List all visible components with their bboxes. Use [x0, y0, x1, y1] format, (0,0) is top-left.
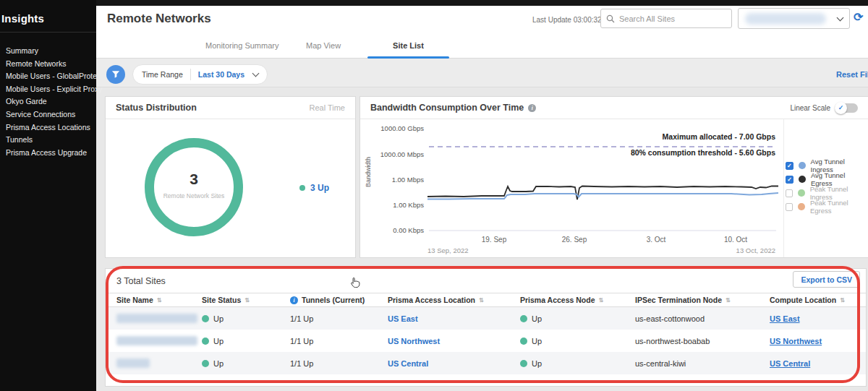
checkbox-icon[interactable]: [786, 162, 793, 170]
checkbox-icon[interactable]: [786, 203, 793, 211]
y-axis-label: Bandwidth: [365, 139, 372, 205]
search-input[interactable]: [619, 14, 726, 23]
checkbox-icon[interactable]: [786, 189, 793, 197]
sort-icon[interactable]: ⇅: [599, 297, 604, 304]
table-title: 3 Total Sites: [116, 276, 166, 286]
sidebar-item-remote-networks[interactable]: Remote Networks: [6, 58, 96, 71]
legend-item-peak-tunnel-egress[interactable]: Peak Tunnel Egress: [786, 199, 868, 215]
page-title: Remote Networks: [107, 12, 211, 26]
y-tick: 1.00 Mbps: [366, 176, 424, 184]
linear-scale-label: Linear Scale: [790, 104, 830, 112]
avg-tunnel-egress-line: [427, 186, 778, 200]
y-tick: 0.00 Kbps: [366, 226, 424, 234]
y-tick: 1000.00 Mbps: [366, 150, 424, 158]
status-legend-label: 3 Up: [310, 183, 329, 193]
pa-location-link[interactable]: US East: [388, 314, 418, 323]
tab-map-view[interactable]: Map View: [306, 41, 341, 50]
date-range-end: 13 Oct, 2022: [736, 246, 775, 254]
sort-icon[interactable]: ⇅: [244, 297, 250, 304]
sidebar-title: Insights: [1, 12, 44, 25]
site-search[interactable]: [600, 9, 732, 28]
sidebar-item-summary[interactable]: Summary: [6, 45, 96, 58]
compute-location-link[interactable]: US Central: [770, 359, 810, 368]
sidebar-item-okyo-garde[interactable]: Okyo Garde: [6, 95, 96, 108]
pa-node-status: Up: [532, 314, 542, 323]
sidebar-item-prisma-access-locations[interactable]: Prisma Access Locations: [6, 121, 96, 134]
col-pa-node: Prisma Access Node: [520, 296, 595, 304]
up-status-dot: [202, 315, 209, 322]
x-tick: 3. Oct: [634, 236, 678, 244]
time-range-label: Time Range: [142, 70, 183, 79]
toggle-knob: [835, 102, 847, 114]
status-legend-item[interactable]: 3 Up: [299, 183, 329, 193]
table-row[interactable]: Up 1/1 Up US Northwest Up us-northwest-b…: [106, 330, 866, 352]
up-status-dot: [520, 315, 527, 322]
tab-site-list[interactable]: Site List: [367, 32, 449, 59]
tab-monitoring-summary[interactable]: Monitoring Summary: [205, 41, 278, 50]
redacted-site-name-link[interactable]: [116, 314, 197, 323]
sidebar-divider: [0, 32, 96, 33]
ipsec-node: us-east-cottonwood: [635, 314, 770, 323]
funnel-icon: [111, 70, 120, 79]
x-tick: 10. Oct: [714, 236, 757, 244]
sidebar-item-prisma-access-upgrade[interactable]: Prisma Access Upgrade: [6, 147, 96, 160]
sidebar-item-service-connections[interactable]: Service Connections: [6, 108, 96, 121]
up-status-dot: [299, 185, 305, 191]
info-icon[interactable]: i: [290, 296, 298, 304]
x-tick: 26. Sep: [553, 236, 596, 244]
pa-location-link[interactable]: US Central: [388, 359, 428, 368]
chevron-down-icon: [252, 70, 260, 77]
sidebar-item-mobile-users-explicit-proxy[interactable]: Mobile Users - Explicit Proxy: [6, 83, 96, 96]
status-card-title: Status Distribution: [116, 103, 197, 113]
series-color-dot: [799, 162, 806, 169]
refresh-icon[interactable]: ⟳: [854, 10, 863, 24]
time-range-selector[interactable]: Time Range Last 30 Days: [132, 64, 268, 85]
divider: [190, 69, 191, 80]
up-status-dot: [520, 338, 527, 345]
date-range-start: 13 Sep, 2022: [427, 246, 469, 254]
table-row[interactable]: Up 1/1 Up US Central Up us-central-kiwi …: [106, 352, 866, 374]
up-status-dot: [202, 360, 209, 367]
redacted-site-name-link[interactable]: [116, 336, 197, 345]
time-range-value[interactable]: Last 30 Days: [198, 70, 244, 79]
info-icon[interactable]: i: [528, 104, 536, 112]
export-to-csv-button[interactable]: Export to CSV: [793, 271, 860, 288]
filter-button[interactable]: [106, 65, 125, 84]
y-tick: 1000.00 Gbps: [366, 124, 424, 132]
checkbox-icon[interactable]: [786, 176, 793, 184]
col-compute-location: Compute Location: [770, 296, 836, 304]
linear-scale-toggle[interactable]: [836, 103, 858, 113]
y-tick: 1.00 Kbps: [366, 201, 424, 209]
ipsec-node: us-central-kiwi: [635, 359, 770, 368]
col-pa-location: Prisma Access Location: [388, 296, 475, 304]
bandwidth-card: Bandwidth Consumption Over Time i Linear…: [359, 96, 868, 258]
compute-location-link[interactable]: US East: [770, 314, 800, 323]
pa-node-status: Up: [532, 359, 542, 368]
site-status: Up: [213, 337, 224, 345]
tab-bar: Monitoring Summary Map View Site List: [96, 32, 868, 59]
sidebar-item-mobile-users-globalprotect[interactable]: Mobile Users - GlobalProtect: [6, 70, 96, 83]
sidebar-item-tunnels[interactable]: Tunnels: [6, 134, 96, 147]
sort-icon[interactable]: ⇅: [840, 297, 845, 304]
compute-location-link[interactable]: US Northwest: [770, 337, 822, 345]
sort-icon[interactable]: ⇅: [157, 297, 162, 304]
ipsec-node: us-northwest-boabab: [635, 337, 770, 345]
bandwidth-card-title: Bandwidth Consumption Over Time i: [370, 103, 536, 113]
table-header-row: Site Name⇅ Site Status⇅ iTunnels (Curren…: [106, 293, 866, 307]
pa-node-status: Up: [532, 337, 542, 345]
x-tick: 19. Sep: [472, 236, 516, 244]
sort-icon[interactable]: ⇅: [479, 297, 484, 304]
redacted-site-name-link[interactable]: [116, 358, 150, 368]
sort-icon[interactable]: ⇅: [726, 297, 731, 304]
redacted-tenant-name: [745, 13, 826, 25]
pa-location-link[interactable]: US Northwest: [388, 337, 440, 345]
tenant-dropdown[interactable]: [738, 8, 850, 29]
bandwidth-title-text: Bandwidth Consumption Over Time: [370, 103, 524, 113]
site-status: Up: [213, 359, 224, 368]
reset-filters-link[interactable]: Reset Filters: [836, 70, 868, 79]
tunnels-value: 1/1 Up: [290, 359, 388, 368]
real-time-badge: Real Time: [309, 103, 345, 112]
table-row[interactable]: Up 1/1 Up US East Up us-east-cottonwood …: [106, 307, 866, 330]
tunnels-value: 1/1 Up: [290, 314, 388, 323]
tunnels-value: 1/1 Up: [290, 337, 388, 345]
